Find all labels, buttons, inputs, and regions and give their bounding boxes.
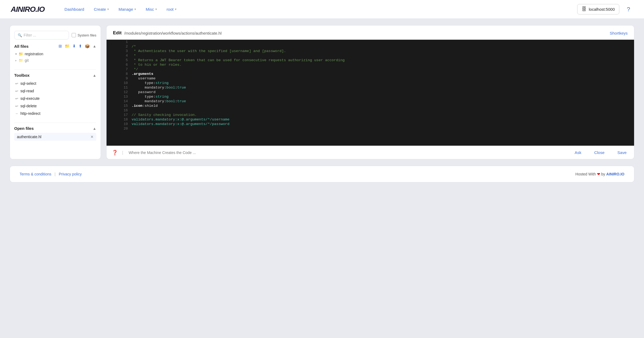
tool-icon: ↩ [15, 104, 18, 108]
tool-sql-delete[interactable]: ↩ sql-delete [14, 102, 96, 110]
code-line: 13 type:string [107, 94, 634, 99]
nav-right: 🗄 localhost:5000 ? [577, 4, 633, 14]
file-tree-inner: ▾ 📁 registration ▸ 📁 git [14, 51, 96, 64]
open-file-name: authenticate.hl [17, 135, 41, 139]
tool-icon: ↩ [15, 82, 18, 86]
filter-input-wrapper[interactable]: 🔍 Filter ... [14, 31, 69, 39]
privacy-link[interactable]: Privacy policy [59, 172, 82, 176]
shortkeys-link[interactable]: Shortkeys [610, 31, 628, 35]
ai-input[interactable] [129, 150, 568, 155]
ai-bar: ❓ | Ask Close Save [107, 146, 634, 159]
terms-link[interactable]: Terms & conditions [20, 172, 51, 176]
chevron-down-icon: ▾ [134, 8, 136, 11]
system-files-checkbox[interactable] [72, 33, 76, 37]
new-file-icon[interactable]: ⊞ [58, 44, 62, 49]
topnav: AINIRO.IO Dashboard Create ▾ Manage ▾ Mi… [0, 0, 644, 19]
collapse-open-files-icon[interactable]: ▲ [93, 126, 96, 131]
toolbox-title: Toolbox [14, 73, 30, 78]
left-panel: 🔍 Filter ... System files All files ⊞ 📁 … [10, 25, 101, 159]
tree-item-git[interactable]: ▸ 📁 git [14, 57, 96, 64]
help-button[interactable]: ? [624, 6, 633, 13]
filter-placeholder: Filter ... [24, 33, 36, 37]
code-line: 6 * to his or her roles. [107, 63, 634, 67]
open-file-authenticate[interactable]: authenticate.hl ✕ [14, 133, 96, 141]
ai-separator: | [122, 150, 123, 155]
download-icon[interactable]: ⬇ [72, 44, 76, 49]
nav-misc[interactable]: Misc ▾ [142, 5, 161, 14]
folder-icon: 📁 [19, 52, 23, 56]
footer: Terms & conditions | Privacy policy Host… [10, 166, 634, 182]
footer-brand[interactable]: AINIRO.IO [606, 172, 624, 176]
code-line: 3 * Authenticates the user with the spec… [107, 49, 634, 53]
code-line: 15.icon:shield [107, 104, 634, 108]
tool-icon: ↔ [15, 112, 18, 115]
all-files-header: All files ⊞ 📁 ⬇ ⬆ 📦 ▲ [14, 44, 96, 49]
search-icon: 🔍 [18, 33, 22, 37]
editor-title: Edit /modules/registration/workflows/act… [113, 30, 222, 36]
close-button[interactable]: Close [592, 149, 606, 156]
tree-item-registration[interactable]: ▾ 📁 registration [14, 51, 96, 57]
code-line: 11 mandatory:bool:true [107, 85, 634, 90]
toolbox-section: Toolbox ▲ ↩ sql-select ↩ sql-read ↩ sql-… [14, 73, 96, 117]
heart-icon: ❤ [597, 172, 600, 176]
file-tree: ▾ 📁 registration ▸ 📁 git [14, 51, 96, 66]
nav-root[interactable]: root ▾ [163, 5, 180, 14]
divider-2 [14, 123, 96, 123]
save-button[interactable]: Save [615, 149, 629, 156]
file-actions: ⊞ 📁 ⬇ ⬆ 📦 ▲ [58, 44, 96, 49]
logo: AINIRO.IO [11, 5, 45, 14]
footer-right: Hosted With ❤ by AINIRO.IO [575, 172, 624, 176]
footer-links: Terms & conditions | Privacy policy [20, 172, 82, 176]
ask-button[interactable]: Ask [572, 149, 583, 156]
open-files-header: Open files ▲ [14, 126, 96, 131]
chevron-down-icon: ▾ [155, 8, 157, 11]
code-line: 8.arguments [107, 72, 634, 76]
code-line: 1 [107, 40, 634, 44]
chevron-down-icon: ▾ [175, 8, 177, 11]
system-files-toggle[interactable]: System files [72, 33, 96, 37]
code-table: 1 2/* 3 * Authenticates the user with th… [107, 40, 634, 131]
code-line: 14 mandatory:bool:true [107, 99, 634, 104]
code-line: 12 password [107, 90, 634, 94]
tool-sql-read[interactable]: ↩ sql-read [14, 87, 96, 95]
code-line: 16 [107, 108, 634, 113]
upload-icon[interactable]: ⬆ [79, 44, 82, 49]
nav-create[interactable]: Create ▾ [90, 5, 113, 14]
nav-manage[interactable]: Manage ▾ [115, 5, 140, 14]
server-selector[interactable]: 🗄 localhost:5000 [577, 4, 619, 14]
tool-sql-select[interactable]: ↩ sql-select [14, 80, 96, 87]
collapse-toolbox-icon[interactable]: ▲ [93, 73, 96, 78]
code-line: 7 */ [107, 67, 634, 72]
import-icon[interactable]: 📦 [85, 44, 90, 49]
tree-item-label: git [25, 58, 29, 63]
tool-sql-execute[interactable]: ↩ sql-execute [14, 95, 96, 102]
code-line: 19validators.mandatory:x:@.arguments/*/p… [107, 122, 634, 126]
footer-separator: | [54, 172, 56, 176]
chevron-down-icon: ▾ [107, 8, 109, 11]
ai-help-icon[interactable]: ❓ [112, 150, 118, 156]
main-container: 🔍 Filter ... System files All files ⊞ 📁 … [0, 19, 644, 166]
code-line: 18validators.mandatory:x:@.arguments/*/u… [107, 117, 634, 122]
nav-links: Dashboard Create ▾ Manage ▾ Misc ▾ root … [61, 5, 566, 14]
code-line: 2/* [107, 44, 634, 49]
filter-row: 🔍 Filter ... System files [14, 31, 96, 39]
editor-header: Edit /modules/registration/workflows/act… [107, 25, 634, 40]
by-text: by [601, 172, 605, 176]
nav-dashboard[interactable]: Dashboard [61, 5, 88, 14]
all-files-title: All files [14, 44, 28, 49]
tool-http-redirect[interactable]: ↔ http-redirect [14, 110, 96, 117]
server-icon: 🗄 [582, 6, 587, 12]
code-editor[interactable]: 1 2/* 3 * Authenticates the user with th… [107, 40, 634, 146]
file-path: /modules/registration/workflows/actions/… [124, 31, 222, 35]
close-file-icon[interactable]: ✕ [90, 135, 94, 139]
right-panel: Edit /modules/registration/workflows/act… [106, 25, 634, 159]
divider-1 [14, 69, 96, 70]
collapse-all-files-icon[interactable]: ▲ [93, 44, 96, 48]
open-files-section: Open files ▲ authenticate.hl ✕ [14, 126, 96, 141]
edit-label: Edit [113, 30, 122, 36]
chevron-right-icon: ▸ [15, 59, 17, 62]
new-folder-icon[interactable]: 📁 [65, 44, 70, 49]
toolbox-header: Toolbox ▲ [14, 73, 96, 78]
code-line: 10 type:string [107, 81, 634, 85]
hosted-text: Hosted With [575, 172, 596, 176]
